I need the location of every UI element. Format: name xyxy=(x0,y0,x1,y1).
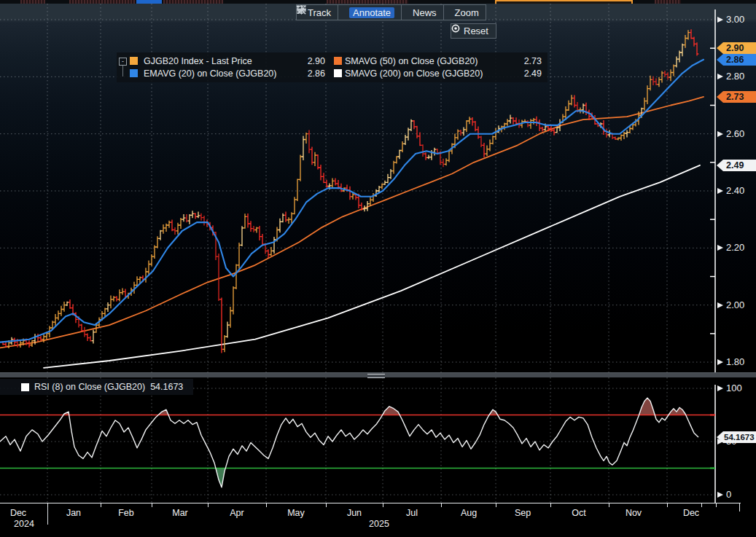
minor-tick xyxy=(710,47,715,49)
month-label: Nov xyxy=(626,508,642,518)
rsi-axis-label: 0 xyxy=(726,489,731,501)
month-tick xyxy=(101,503,101,507)
smavg200-value: 2.49 xyxy=(513,68,542,79)
last-price-label: GJGB20 Index - Last Price xyxy=(144,56,292,66)
month-label: Sep xyxy=(515,508,531,518)
price-axis-label: 1.80 xyxy=(726,356,744,368)
rsi-chart-plot[interactable] xyxy=(0,377,716,503)
month-tick xyxy=(266,503,267,507)
month-tick xyxy=(667,503,668,507)
news-button[interactable]: News xyxy=(402,5,444,20)
month-label: Jun xyxy=(347,508,362,518)
axis-tick-arrow-icon xyxy=(717,131,723,137)
rsi-overbought-fill xyxy=(0,398,698,495)
month-tick xyxy=(383,503,383,507)
time-axis-line xyxy=(0,503,741,503)
price-axis-label: 2.60 xyxy=(726,128,744,140)
news-button-label: News xyxy=(413,7,437,18)
axis-tick-arrow-icon xyxy=(717,359,723,365)
month-label: Dec xyxy=(683,508,699,518)
month-tick xyxy=(609,503,609,507)
rsi-label: RSI (8) on Close (GJGB20) xyxy=(34,382,145,392)
last-price-value: 2.90 xyxy=(295,56,325,66)
price-axis-label: 2.20 xyxy=(726,242,744,254)
rsi-panel: RSI (8) on Close (GJGB20) 54.1673 xyxy=(0,377,756,503)
month-label: Oct xyxy=(572,508,585,518)
panel-resize-separator[interactable] xyxy=(0,372,756,377)
rsi-line xyxy=(0,398,698,487)
month-tick xyxy=(550,503,551,507)
minor-tick xyxy=(710,333,715,334)
month-tick xyxy=(716,503,717,507)
month-label: Feb xyxy=(118,508,134,518)
track-button-label: Track xyxy=(308,7,331,18)
time-axis: DecJanFebMarAprMayJunJulAugSepOctNovDec … xyxy=(0,503,756,537)
emavg20-value: 2.86 xyxy=(295,68,325,79)
rsi-value-badge: 54.1673 xyxy=(717,431,756,443)
axis-tick-arrow-icon xyxy=(717,17,723,23)
year-label: 2025 xyxy=(369,519,389,529)
year-label: 2024 xyxy=(14,519,34,529)
month-tick xyxy=(152,503,152,507)
chart-toolbar: Track Annotate News Zoom xyxy=(296,4,486,20)
rsi-oversold-tick xyxy=(710,468,715,469)
minor-tick xyxy=(710,276,715,278)
main-chart-legend[interactable]: - GJGB20 Index - Last Price 2.90 SMAVG (… xyxy=(117,52,547,82)
month-label: Dec xyxy=(10,508,26,518)
minor-tick xyxy=(710,105,715,106)
smavg50-label: SMAVG (50) on Close (GJGB20) xyxy=(345,56,510,66)
smavg50-line xyxy=(0,97,704,348)
price-axis-label: 2.80 xyxy=(726,71,744,82)
smavg200-line xyxy=(44,165,700,368)
reset-button[interactable]: Reset xyxy=(451,23,496,39)
price-axis-label: 2.40 xyxy=(726,185,744,197)
month-label: Aug xyxy=(461,508,477,518)
legend-tree-expander-icon[interactable]: - xyxy=(119,58,127,66)
rsi-axis-label: 100 xyxy=(726,383,742,394)
price-axis-label: 3.00 xyxy=(726,14,744,26)
month-label: Mar xyxy=(172,508,188,518)
month-label: Jul xyxy=(406,508,418,518)
emavg20-label: EMAVG (20) on Close (GJGB20) xyxy=(144,68,292,79)
axis-tick-arrow-icon xyxy=(717,385,723,391)
month-tick xyxy=(701,503,702,507)
main-price-panel: Track Annotate News Zoom xyxy=(0,4,756,372)
axis-frame-corner xyxy=(739,503,740,511)
year-divider xyxy=(47,504,48,525)
rsi-value: 54.1673 xyxy=(150,382,183,392)
price-badge: 2.90 xyxy=(717,42,756,54)
rsi-legend[interactable]: RSI (8) on Close (GJGB20) 54.1673 xyxy=(0,379,193,395)
separator-drag-handle-icon[interactable] xyxy=(367,374,385,378)
zoom-button-label: Zoom xyxy=(455,7,479,18)
zoom-button[interactable]: Zoom xyxy=(444,5,486,20)
smavg50-swatch xyxy=(334,57,342,65)
month-label: Jan xyxy=(66,508,81,518)
axis-tick-arrow-icon xyxy=(717,188,723,194)
reset-button-label: Reset xyxy=(464,26,488,36)
price-axis-label: 2.00 xyxy=(726,299,744,311)
emavg20-line xyxy=(0,60,704,342)
smavg200-swatch xyxy=(334,69,342,77)
month-label: Apr xyxy=(230,508,243,518)
last-price-swatch xyxy=(130,57,138,65)
minor-tick xyxy=(710,162,715,163)
axis-tick-arrow-icon xyxy=(717,302,723,308)
month-tick xyxy=(441,503,442,507)
price-badge: 2.49 xyxy=(717,160,756,171)
month-label: May xyxy=(287,508,305,518)
price-badge: 2.73 xyxy=(717,91,756,103)
chart-window: Track Annotate News Zoom xyxy=(0,0,756,537)
month-tick xyxy=(208,503,209,507)
axis-tick-arrow-icon xyxy=(717,492,723,498)
annotate-button[interactable]: Annotate xyxy=(338,5,402,20)
month-tick xyxy=(496,503,496,507)
axis-tick-arrow-icon xyxy=(717,74,723,79)
rsi-overbought-tick xyxy=(710,415,715,416)
smavg200-label: SMAVG (200) on Close (GJGB20) xyxy=(345,68,510,79)
price-badge: 2.86 xyxy=(717,54,756,66)
axis-tick-arrow-icon xyxy=(717,245,723,251)
month-tick xyxy=(326,503,327,507)
annotate-button-label: Annotate xyxy=(349,7,394,18)
rsi-swatch xyxy=(21,383,29,391)
month-tick xyxy=(47,503,48,507)
